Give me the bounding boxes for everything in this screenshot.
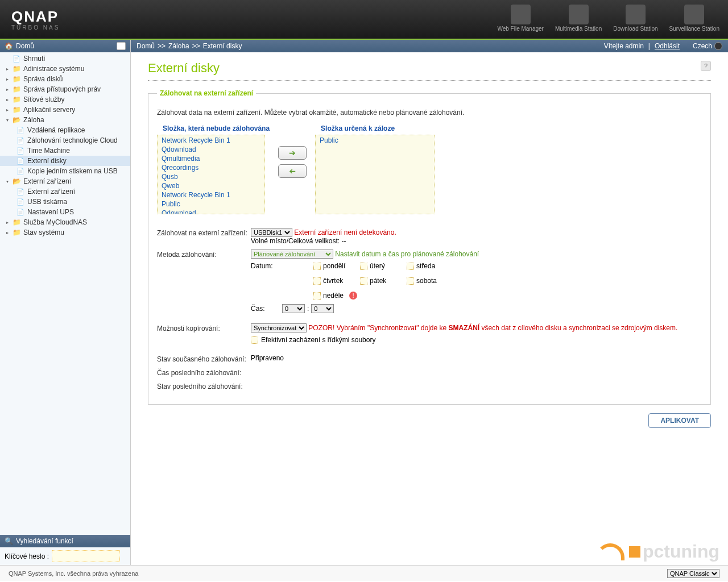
tree-item[interactable]: ▸Správa přístupových práv [0, 84, 130, 94]
list-item[interactable]: Qmultimedia [158, 154, 264, 163]
excluded-folders-list[interactable]: Network Recycle Bin 1QdownloadQmultimedi… [157, 135, 265, 214]
day-label: neděle [323, 292, 344, 300]
not-detected-text: Externí zařízení není detekováno. [294, 228, 396, 236]
minute-select[interactable]: 0 [311, 304, 334, 313]
right-list-title: Složka určená k záloze [315, 123, 435, 135]
list-item[interactable]: Public [158, 199, 264, 209]
tree-item[interactable]: Nastavení UPS [0, 207, 130, 217]
language-label: Czech [693, 42, 712, 50]
language-selector[interactable]: Czech [693, 42, 722, 50]
tree-item[interactable]: Zálohování technologie Cloud [0, 135, 130, 146]
sidebar-search-label: Vyhledávání funkcí [16, 537, 73, 545]
tree-item[interactable]: ▸Adinistrace systému [0, 64, 130, 74]
page-icon [16, 157, 25, 165]
disk-select[interactable]: USBDisk1 [251, 228, 292, 237]
tree-toggle-icon: ▸ [5, 230, 10, 235]
day-checkbox[interactable] [360, 277, 367, 285]
tree-item[interactable]: ▸Síťové služby [0, 94, 130, 105]
list-item[interactable]: Qdownload [158, 145, 264, 154]
tree-label: Shrnutí [23, 55, 46, 63]
theme-select[interactable]: QNAP Classic [667, 569, 719, 578]
content: ? Externí disky Zálohovat na externí zař… [131, 52, 728, 565]
list-item[interactable]: Qrecordings [158, 163, 264, 172]
tree-item[interactable]: ▾Externí zařízení [0, 176, 130, 186]
tree-item[interactable]: USB tiskárna [0, 197, 130, 207]
day-label: čtvrtek [323, 277, 343, 285]
folder-open-icon [12, 116, 21, 124]
sidebar: 🏠 Domů « Shrnutí▸Adinistrace systému▸Spr… [0, 40, 131, 565]
breadcrumb-item[interactable]: Externí disky [203, 42, 242, 50]
folder-icon [12, 75, 21, 83]
collapse-button[interactable]: « [117, 42, 126, 50]
list-item[interactable]: Qweb [158, 181, 264, 190]
footer: QNAP Systems, Inc. všechna práva vyhraze… [0, 565, 728, 581]
tree-label: Externí zařízení [23, 177, 71, 185]
day-checkbox[interactable] [407, 263, 414, 270]
tree-item[interactable]: Time Machine [0, 146, 130, 156]
remove-folder-button[interactable]: ➔ [278, 164, 307, 178]
section-description: Zálohovat data na externí zařízení. Může… [157, 109, 702, 117]
tree-item[interactable]: Kopie jedním stiskem na USB [0, 166, 130, 176]
tree-item[interactable]: ▸Aplikační servery [0, 105, 130, 115]
list-item[interactable]: Network Recycle Bin 1 [158, 190, 264, 199]
page-icon [16, 198, 25, 206]
day-checkbox[interactable] [313, 277, 321, 285]
day-checkbox[interactable] [407, 277, 414, 285]
day-checkbox[interactable] [313, 292, 321, 300]
day-item: středa [407, 262, 446, 270]
tree-label: Externí disky [27, 157, 67, 165]
tree-toggle-icon: ▸ [5, 77, 10, 82]
header-app[interactable]: Download Station [613, 5, 657, 32]
header-app[interactable]: Surveillance Station [669, 5, 719, 32]
app-icon [626, 5, 646, 24]
keyword-input[interactable] [52, 550, 120, 562]
list-item[interactable]: Network Recycle Bin 1 [158, 136, 264, 145]
tree-item[interactable]: ▾Záloha [0, 115, 130, 125]
breadcrumb-item[interactable]: Záloha [168, 42, 189, 50]
tree-item[interactable]: ▸Služba MyCloudNAS [0, 217, 130, 227]
day-item: sobota [407, 277, 446, 285]
fieldset-legend: Zálohovat na externí zařízení [157, 89, 256, 97]
sidebar-search-header[interactable]: 🔍 Vyhledávání funkcí [0, 535, 130, 547]
header-app[interactable]: Multimedia Station [555, 5, 602, 32]
hour-select[interactable]: 0 [282, 304, 305, 313]
copy-option-label: Možnosti kopírování: [157, 323, 251, 332]
globe-icon [714, 42, 722, 50]
header-app[interactable]: Web File Manager [497, 5, 544, 32]
backup-folders-list[interactable]: Public [315, 135, 435, 214]
sidebar-header[interactable]: 🏠 Domů « [0, 40, 130, 52]
day-checkbox[interactable] [313, 263, 321, 270]
breadcrumb: Domů>>Záloha>>Externí disky [136, 42, 242, 50]
folder-icon [12, 95, 21, 103]
tree-item[interactable]: Externí disky [0, 156, 130, 166]
tree-toggle-icon [5, 56, 10, 61]
method-label: Metoda zálohování: [157, 250, 251, 259]
logo-text: QNAP [11, 8, 60, 26]
help-icon[interactable]: ? [701, 61, 711, 71]
sparse-checkbox[interactable] [251, 336, 258, 344]
breadcrumb-item[interactable]: Domů [136, 42, 155, 50]
apply-button[interactable]: APLIKOVAT [648, 413, 711, 428]
tree-item[interactable]: Shrnutí [0, 53, 130, 64]
page-icon [16, 136, 25, 144]
day-checkbox[interactable] [360, 263, 367, 270]
status-label: Stav současného zálohování: [157, 354, 251, 363]
list-item[interactable]: Qdownload [158, 209, 264, 214]
method-select[interactable]: Plánované zálohování [251, 250, 333, 259]
add-folder-button[interactable]: ➔ [278, 146, 307, 160]
day-label: sobota [416, 277, 437, 285]
copy-option-select[interactable]: Synchronizovat [251, 323, 307, 332]
page-icon [16, 167, 25, 175]
logout-link[interactable]: Odhlásit [655, 42, 680, 50]
app-label: Download Station [613, 26, 657, 32]
home-icon: 🏠 [5, 42, 13, 50]
tree-item[interactable]: ▸Stav systému [0, 227, 130, 238]
tree-label: Nastavení UPS [27, 208, 74, 216]
tree-toggle-icon: ▸ [5, 220, 10, 225]
tree-item[interactable]: Vzdálená replikace [0, 125, 130, 135]
list-item[interactable]: Public [316, 136, 433, 145]
tree-item[interactable]: ▸Správa disků [0, 74, 130, 84]
breadcrumb-sep: >> [158, 42, 166, 50]
tree-item[interactable]: Externí zařízení [0, 186, 130, 197]
list-item[interactable]: Qusb [158, 172, 264, 181]
